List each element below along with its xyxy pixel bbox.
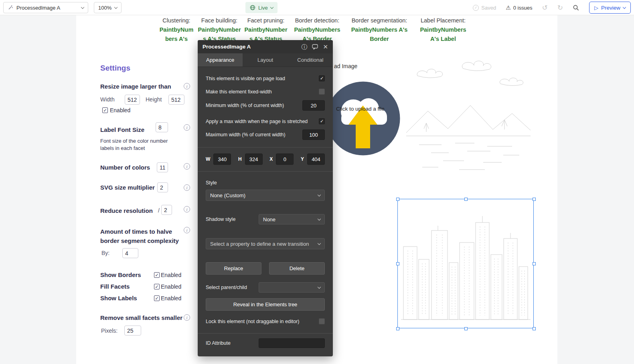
status-title: Facet pruning: [244,16,288,25]
info-icon[interactable]: i [184,163,190,170]
parent-child-label: Select parent/child [206,285,247,290]
tab-layout[interactable]: Layout [243,53,288,67]
status-text-border-segmentation[interactable]: Border segmentation: PaintbyNumbers A's … [345,16,413,44]
max-width-input[interactable] [302,129,325,140]
lock-element-row: Lock this element (not draggable in edit… [206,318,325,324]
status-text-border-detection[interactable]: Border detection: PaintbyNumbers A's Bor… [291,16,343,44]
reduce-resolution-input[interactable] [161,205,172,215]
svg-multiplier-input[interactable] [157,182,168,192]
min-width-label: Minimum width (% of current width) [206,103,284,108]
redo-button[interactable]: ↻ [557,4,563,11]
processed-image-sketch[interactable] [403,50,533,182]
status-value: PaintbyNumbers A's [158,25,194,44]
status-text-face-building[interactable]: Face building: PaintbyNumbers A's Status [197,16,241,44]
id-attribute-input[interactable] [259,338,325,348]
height-dim-input[interactable] [245,154,263,165]
shadow-style-value: None [263,216,275,222]
info-icon[interactable]: i [184,184,190,191]
chevron-down-icon [318,217,321,220]
zoom-dropdown[interactable]: 100% [94,2,122,13]
chevron-down-icon [318,193,321,196]
halve-complexity-label: Amount of times to halve border segment … [100,227,182,245]
resize-handle-middle-right[interactable] [533,262,536,265]
globe-icon [250,5,255,10]
style-value: None (Custom) [210,192,245,198]
selected-processed-image-element[interactable] [397,199,534,328]
resize-handle-bottom-center[interactable] [464,327,468,330]
show-labels-label: Show Labels [100,295,137,301]
dimensions-row: W H X Y [206,154,325,165]
halve-by-input[interactable] [122,248,138,258]
close-icon[interactable]: ✕ [323,44,328,50]
issues-button[interactable]: ⚠ 0 issues [506,4,532,11]
x-dim-input[interactable] [276,154,294,165]
tab-conditional[interactable]: Conditional [288,53,333,67]
info-icon[interactable]: i [184,227,190,233]
number-of-colors-input[interactable] [157,162,168,172]
fill-facets-checkbox[interactable]: ✓ [154,284,160,289]
resize-handle-top-right[interactable] [533,198,536,201]
show-labels-checkbox[interactable]: ✓ [154,295,160,301]
undo-button[interactable]: ↺ [542,4,547,11]
shadow-style-row: Shadow style None [206,214,325,224]
y-dim-input[interactable] [307,154,325,165]
resize-handle-bottom-right[interactable] [533,327,536,330]
transition-dropdown[interactable]: Select a property to define a new transi… [206,238,325,249]
style-dropdown[interactable]: None (Custom) [206,190,325,201]
zoom-value: 100% [98,5,111,11]
status-text-label-placement[interactable]: Label Placement: PaintbyNumbers A's Labe… [417,16,469,44]
bubble-editor: ProcessedImage A 100% Live ✓ Saved [0,0,634,364]
width-dim-input[interactable] [213,154,231,165]
parent-child-dropdown[interactable] [259,282,325,293]
resize-enabled-checkbox[interactable]: ✓ [102,107,108,113]
pixels-input[interactable] [124,326,141,336]
min-width-input[interactable] [302,100,325,111]
reveal-in-tree-button[interactable]: Reveal in the Elements tree [206,298,325,311]
replace-delete-row: Replace Delete [206,262,325,275]
property-editor-panel: ProcessedImage A ⓘ ✕ Appearance Layout C… [198,40,333,356]
resize-handle-top-left[interactable] [396,198,399,201]
info-icon[interactable]: i [184,124,190,131]
tab-appearance[interactable]: Appearance [198,53,243,67]
status-text-facet-pruning[interactable]: Facet pruning: PaintbyNumbers A's Status [244,16,288,44]
status-text-clustering[interactable]: Clustering: PaintbyNumbers A's [158,16,194,44]
visible-on-load-label: This element is visible on page load [206,76,285,81]
info-icon[interactable]: ⓘ [301,44,307,50]
resize-handle-top-center[interactable] [464,198,468,201]
visible-on-load-row: This element is visible on page load ✓ [206,75,325,81]
fill-facets-label: Fill Facets [100,283,130,290]
max-width-toggle-checkbox[interactable]: ✓ [319,118,325,124]
info-icon[interactable]: i [184,83,190,89]
reduce-resolution-label: Reduce resolution [100,207,153,214]
width-input[interactable] [125,95,140,105]
element-selector-dropdown[interactable]: ProcessedImage A [3,2,88,13]
y-label: Y [301,156,304,162]
shadow-style-dropdown[interactable]: None [259,214,325,224]
environment-dropdown[interactable]: Live [245,2,278,13]
show-borders-checkbox[interactable]: ✓ [154,272,160,278]
fixed-width-checkbox[interactable] [319,89,325,95]
settings-heading: Settings [100,64,130,73]
label-font-size-input[interactable] [156,122,168,132]
preview-button[interactable]: ▷ Preview [589,2,631,14]
visible-on-load-checkbox[interactable]: ✓ [319,75,325,81]
chevron-down-icon [81,5,84,8]
chevron-down-icon [623,5,626,8]
info-icon[interactable]: i [184,314,190,321]
upload-caption: ad Image [334,63,357,69]
upload-file-widget[interactable] [326,81,400,156]
upload-click-text[interactable]: Click to upload a file [336,106,388,112]
property-panel-header[interactable]: ProcessedImage A ⓘ ✕ [198,40,333,53]
height-input[interactable] [168,95,184,105]
delete-button[interactable]: Delete [269,262,325,275]
search-icon[interactable] [573,4,579,11]
info-icon[interactable]: i [184,206,190,212]
x-label: X [269,156,273,162]
resize-handle-bottom-left[interactable] [396,327,399,330]
replace-button[interactable]: Replace [206,262,261,275]
comment-icon[interactable] [312,44,318,50]
environment-label: Live [258,5,268,11]
max-width-toggle-row: Apply a max width when the page is stret… [206,118,325,124]
lock-element-checkbox[interactable] [319,318,325,324]
resize-handle-middle-left[interactable] [396,262,399,265]
